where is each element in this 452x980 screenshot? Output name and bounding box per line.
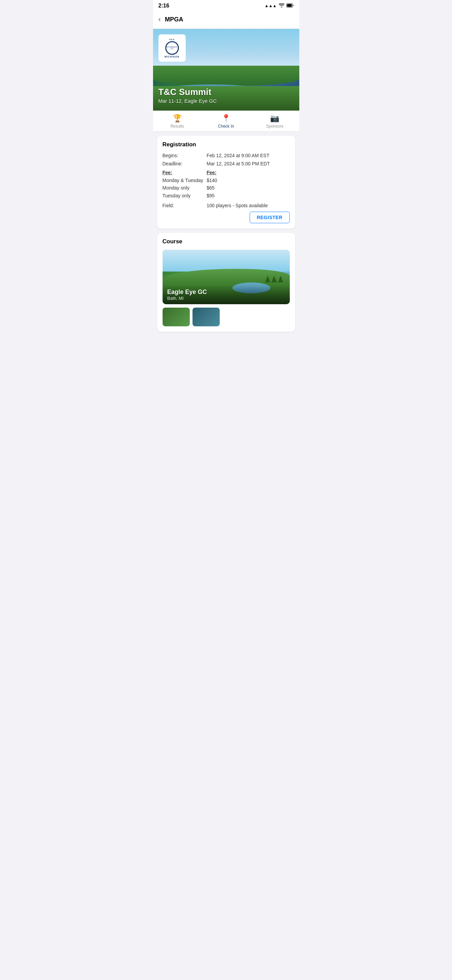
course-sky [163, 250, 290, 272]
tab-checkin[interactable]: 📍 Check In [202, 111, 250, 131]
navigation-bar: ‹ MPGA [153, 10, 299, 29]
status-bar: 2:16 ▲▲▲ [153, 0, 299, 10]
register-button[interactable]: REGISTER [250, 212, 290, 223]
fee-day-3: Tuesday only [163, 192, 207, 199]
course-title: Course [163, 238, 290, 245]
registration-title: Registration [163, 141, 290, 148]
fee-amount-1: $140 [207, 177, 290, 184]
nav-title: MPGA [165, 16, 183, 23]
course-tree-1 [265, 275, 270, 282]
thumbnail-row [163, 308, 290, 326]
hero-banner: PGA OF AMERICA 1916 MICHIGAN T&C Summit … [153, 29, 299, 111]
fee-label-header: Fee: [163, 170, 207, 175]
begins-value: Feb 12, 2024 at 9:00 AM EST [207, 153, 290, 158]
course-image[interactable]: Eagle Eye GC Bath, MI [163, 250, 290, 304]
sponsors-icon: 📷 [270, 114, 279, 123]
course-name-overlay: Eagle Eye GC Bath, MI [163, 285, 290, 304]
tab-bar: 🏆 Results 📍 Check In 📷 Sponsors [153, 111, 299, 132]
field-label: Field: [163, 203, 207, 208]
fee-value-col: Fee: $140 $65 $95 [207, 170, 290, 199]
battery-icon [286, 3, 294, 8]
fee-day-1: Monday & Tuesday [163, 177, 207, 184]
hero-event-title: T&C Summit [159, 87, 217, 97]
deadline-label: Deadline: [163, 161, 207, 166]
pga-logo: PGA OF AMERICA 1916 MICHIGAN [159, 34, 186, 62]
back-button[interactable]: ‹ [159, 14, 162, 25]
fee-amount-2: $65 [207, 184, 290, 192]
pga-year-text: 1916 [167, 48, 177, 50]
tab-results[interactable]: 🏆 Results [153, 111, 202, 131]
tab-checkin-label: Check In [218, 124, 234, 129]
course-trees [265, 275, 283, 282]
results-icon: 🏆 [173, 114, 182, 123]
field-row: Field: 100 players - Spots available [163, 203, 290, 208]
wifi-icon [279, 3, 284, 8]
checkin-icon: 📍 [221, 114, 231, 123]
status-icons: ▲▲▲ [265, 3, 294, 8]
deadline-value: Mar 12, 2024 at 5:00 PM EDT [207, 161, 290, 166]
signal-icon: ▲▲▲ [265, 3, 277, 8]
content-area: Registration Begins: Feb 12, 2024 at 9:0… [153, 132, 299, 340]
pga-arc-text: PGA [169, 38, 174, 40]
fee-label-col: Fee: Monday & Tuesday Monday only Tuesda… [163, 170, 207, 199]
fee-section: Fee: Monday & Tuesday Monday only Tuesda… [163, 170, 290, 199]
pga-circle: OF AMERICA 1916 [165, 41, 179, 55]
register-btn-row: REGISTER [163, 212, 290, 223]
tab-sponsors-label: Sponsors [266, 124, 283, 129]
status-time: 2:16 [159, 3, 170, 9]
course-card: Course Eagle Eye GC Bath, MI [157, 233, 295, 332]
fee-amount-3: $95 [207, 192, 290, 199]
hero-event-date: Mar 11-12, Eagle Eye GC [159, 98, 217, 104]
field-value: 100 players - Spots available [207, 203, 290, 208]
pga-logo-inner: PGA OF AMERICA 1916 MICHIGAN [160, 37, 184, 60]
pga-michigan-text: MICHIGAN [165, 56, 179, 58]
begins-label: Begins: [163, 153, 207, 158]
begins-row: Begins: Feb 12, 2024 at 9:00 AM EST [163, 153, 290, 158]
course-tree-3 [278, 275, 283, 282]
course-location: Bath, MI [167, 296, 285, 301]
thumbnail-1[interactable] [163, 308, 190, 326]
back-chevron-icon: ‹ [159, 15, 161, 24]
fee-day-2: Monday only [163, 184, 207, 192]
course-name: Eagle Eye GC [167, 288, 285, 296]
fee-value-header: Fee: [207, 170, 290, 175]
deadline-row: Deadline: Mar 12, 2024 at 5:00 PM EDT [163, 161, 290, 166]
registration-card: Registration Begins: Feb 12, 2024 at 9:0… [157, 136, 295, 229]
hero-text: T&C Summit Mar 11-12, Eagle Eye GC [159, 87, 217, 104]
course-tree-2 [271, 275, 277, 282]
svg-rect-1 [287, 4, 292, 7]
tab-sponsors[interactable]: 📷 Sponsors [250, 111, 299, 131]
tab-results-label: Results [170, 124, 184, 129]
thumbnail-2[interactable] [192, 308, 220, 326]
